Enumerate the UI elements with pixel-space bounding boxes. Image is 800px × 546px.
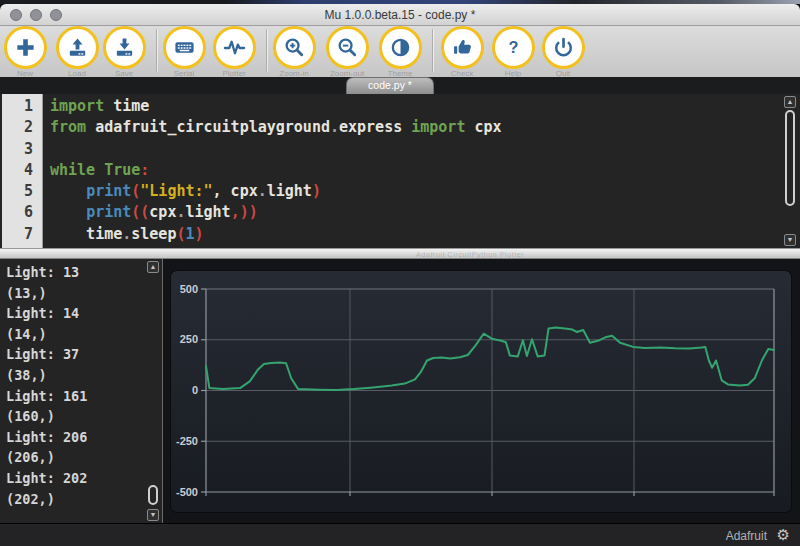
mode-label: Adafruit — [726, 529, 767, 543]
gear-icon[interactable]: ⚙ — [777, 526, 790, 544]
status-bar: Adafruit ⚙ — [0, 523, 800, 546]
y-axis-tick-label: 500 — [180, 283, 198, 295]
code-line: print((cpx.light,)) — [50, 202, 502, 223]
zoom-out-icon — [336, 36, 359, 59]
code-line: import time — [50, 96, 502, 117]
power-icon — [552, 36, 575, 59]
question-icon: ? — [502, 36, 525, 59]
y-axis-tick-label: 0 — [192, 384, 198, 396]
code-line: while True: — [50, 160, 502, 181]
serial-output: Light: 13(13,)Light: 14(14,)Light: 37(38… — [6, 262, 87, 509]
scroll-down-icon[interactable]: ▼ — [147, 509, 159, 521]
editor-scrollbar-thumb[interactable] — [785, 110, 795, 206]
serial-console[interactable]: Light: 13(13,)Light: 14(14,)Light: 37(38… — [0, 259, 162, 523]
serial-output-line: (202,) — [6, 489, 87, 510]
serial-output-line: (160,) — [6, 406, 87, 427]
help-button[interactable]: ? — [492, 26, 535, 69]
load-button[interactable] — [56, 26, 99, 69]
serial-output-line: Light: 14 — [6, 303, 87, 324]
new-button[interactable] — [4, 26, 47, 69]
serial-button[interactable] — [163, 26, 206, 69]
line-number-gutter: 1234567 — [2, 94, 43, 248]
plus-icon — [14, 36, 37, 59]
upload-icon — [66, 36, 89, 59]
code-text[interactable]: import timefrom adafruit_circuitplaygrou… — [50, 96, 502, 245]
code-line: print("Light:", cpx.light) — [50, 181, 502, 202]
download-icon — [113, 36, 136, 59]
line-number: 2 — [2, 117, 42, 138]
line-number: 3 — [2, 139, 42, 160]
plotter-button[interactable] — [213, 26, 256, 69]
serial-output-line: Light: 206 — [6, 427, 87, 448]
svg-text:?: ? — [509, 38, 519, 56]
app-window: Mu 1.0.0.beta.15 - code.py * NewLoadSave… — [0, 0, 800, 546]
tab-bar: code.py * — [0, 77, 800, 94]
scroll-up-icon[interactable]: ▲ — [147, 261, 159, 273]
line-number: 5 — [2, 181, 42, 202]
save-button[interactable] — [103, 26, 146, 69]
serial-output-line: Light: 202 — [6, 468, 87, 489]
y-axis-tick-label: -250 — [176, 435, 198, 447]
zoom-in-icon — [283, 36, 306, 59]
theme-button[interactable] — [379, 26, 422, 69]
toolbar-group-divider — [432, 29, 433, 72]
bottom-panes: Light: 13(13,)Light: 14(14,)Light: 37(38… — [0, 259, 800, 523]
editor-scrollbar[interactable]: ▲ ▼ — [784, 96, 797, 246]
zoom-out-button[interactable] — [326, 26, 369, 69]
chart-plot: 5002500-250-500 — [171, 271, 791, 512]
code-line: time.sleep(1) — [50, 224, 502, 245]
keyboard-icon — [173, 36, 196, 59]
serial-output-line: (38,) — [6, 365, 87, 386]
quit-button[interactable] — [542, 26, 585, 69]
line-number: 4 — [2, 160, 42, 181]
code-editor[interactable]: 1234567 import timefrom adafruit_circuit… — [0, 94, 800, 248]
code-line — [50, 139, 502, 160]
line-number: 6 — [2, 202, 42, 223]
pulse-icon — [223, 36, 246, 59]
tab-code-py[interactable]: code.py * — [346, 77, 434, 94]
toolbar: NewLoadSaveSerialPlotterZoom-inZoom-outT… — [0, 26, 800, 77]
plotter-pane: 5002500-250-500 — [163, 259, 800, 523]
contrast-icon — [389, 36, 412, 59]
pane-splitter[interactable]: Adafruit CircuitPython Plotter — [0, 248, 800, 259]
console-scrollbar[interactable]: ▲ ▼ — [147, 261, 160, 521]
y-axis-tick-label: -500 — [176, 486, 198, 498]
line-number: 1 — [2, 96, 42, 117]
light-sensor-chart: 5002500-250-500 — [171, 271, 791, 512]
y-axis-tick-label: 250 — [180, 333, 198, 345]
serial-output-line: Light: 37 — [6, 344, 87, 365]
serial-output-line: (14,) — [6, 324, 87, 345]
scroll-down-icon[interactable]: ▼ — [784, 234, 796, 246]
console-scrollbar-thumb[interactable] — [148, 485, 158, 505]
serial-output-line: Light: 161 — [6, 386, 87, 407]
titlebar[interactable]: Mu 1.0.0.beta.15 - code.py * — [0, 4, 800, 26]
serial-output-line: (206,) — [6, 447, 87, 468]
toolbar-group-divider — [266, 29, 267, 72]
splitter-ghost-text: Adafruit CircuitPython Plotter — [400, 250, 540, 259]
serial-output-line: (13,) — [6, 283, 87, 304]
check-button[interactable] — [441, 26, 484, 69]
toolbar-group-divider — [156, 29, 157, 72]
code-line: from adafruit_circuitplayground.express … — [50, 117, 502, 138]
window-title: Mu 1.0.0.beta.15 - code.py * — [0, 8, 800, 22]
line-number: 7 — [2, 224, 42, 245]
thumbs-up-icon — [451, 36, 474, 59]
serial-output-line: Light: 13 — [6, 262, 87, 283]
zoom-in-button[interactable] — [273, 26, 316, 69]
scroll-up-icon[interactable]: ▲ — [784, 96, 796, 108]
light-data-line — [206, 328, 774, 391]
